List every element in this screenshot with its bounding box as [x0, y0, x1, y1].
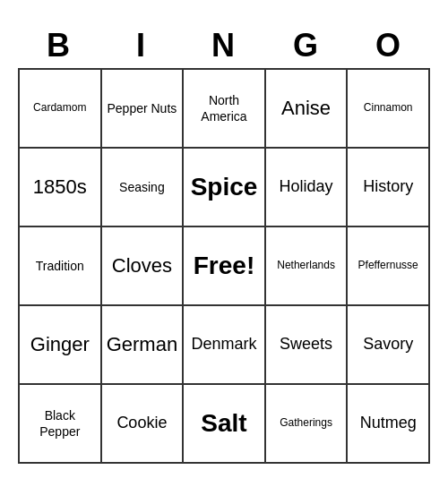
bingo-card: BINGO CardamomPepper NutsNorth AmericaAn… — [18, 23, 430, 464]
bingo-cell: Pfeffernusse — [348, 227, 430, 306]
cell-label: Pfeffernusse — [358, 259, 418, 273]
bingo-cell: Spice — [184, 149, 266, 227]
bingo-cell: Ginger — [20, 306, 102, 385]
cell-label: Black Pepper — [23, 407, 97, 440]
cell-label: History — [363, 176, 413, 197]
cell-label: Cookie — [116, 413, 167, 433]
bingo-cell: Savory — [348, 306, 430, 385]
bingo-cell: German — [102, 306, 185, 385]
bingo-cell: Pepper Nuts — [102, 70, 185, 149]
cell-label: Gatherings — [280, 416, 332, 431]
cell-label: Anise — [281, 96, 331, 122]
cell-label: Cloves — [112, 253, 172, 279]
cell-label: Cardamom — [33, 101, 86, 115]
bingo-cell: Sweets — [266, 306, 349, 385]
cell-label: Seasing — [119, 179, 165, 195]
cell-label: Tradition — [36, 258, 84, 274]
bingo-cell: Free! — [184, 227, 266, 306]
header-letter: B — [18, 23, 100, 68]
bingo-cell: Cookie — [102, 385, 185, 464]
cell-label: Ginger — [30, 332, 90, 358]
bingo-cell: Salt — [184, 385, 266, 464]
bingo-cell: Denmark — [184, 306, 266, 385]
cell-label: Holiday — [280, 176, 333, 197]
header-letter: I — [100, 23, 183, 68]
bingo-cell: Nutmeg — [348, 385, 430, 464]
cell-label: Denmark — [191, 334, 256, 355]
header-letter: G — [265, 23, 348, 68]
bingo-cell: 1850s — [20, 149, 102, 227]
cell-label: Sweets — [280, 334, 332, 355]
bingo-cell: Netherlands — [266, 227, 349, 306]
header-letter: N — [183, 23, 265, 68]
bingo-cell: Cloves — [102, 227, 185, 306]
bingo-grid: CardamomPepper NutsNorth AmericaAniseCin… — [18, 68, 430, 464]
bingo-header: BINGO — [18, 23, 430, 68]
bingo-cell: Black Pepper — [20, 385, 102, 464]
cell-label: North America — [187, 92, 261, 124]
bingo-cell: Gatherings — [266, 385, 349, 464]
bingo-cell: History — [348, 149, 430, 227]
bingo-cell: Tradition — [20, 227, 102, 306]
cell-label: Cinnamon — [364, 101, 413, 115]
cell-label: Pepper Nuts — [107, 100, 177, 116]
cell-label: Spice — [191, 171, 258, 203]
cell-label: 1850s — [33, 175, 87, 201]
bingo-cell: Holiday — [266, 149, 349, 227]
bingo-cell: Cinnamon — [348, 70, 430, 149]
bingo-cell: Anise — [266, 70, 349, 149]
bingo-cell: Cardamom — [20, 70, 102, 149]
cell-label: Free! — [194, 250, 254, 282]
cell-label: Salt — [201, 407, 246, 440]
cell-label: Netherlands — [277, 259, 335, 273]
cell-label: German — [107, 332, 177, 358]
cell-label: Nutmeg — [360, 413, 417, 433]
bingo-cell: Seasing — [102, 149, 185, 227]
cell-label: Savory — [363, 334, 413, 355]
bingo-cell: North America — [184, 70, 266, 149]
header-letter: O — [348, 23, 430, 68]
